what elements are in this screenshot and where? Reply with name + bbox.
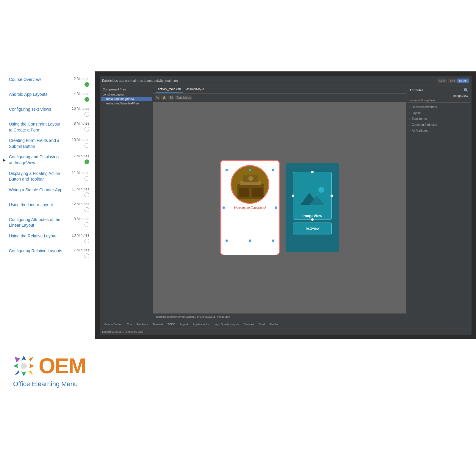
svg-marker-14 [28,370,33,375]
oem-logo-icon [12,354,36,378]
sidebar-item-form-fields[interactable]: Creating Form Fields and a Submit Button… [0,135,95,152]
launch-status: Launch succeed... (3 minutes ago) [102,330,143,333]
tab-run[interactable]: Run [125,322,134,326]
sidebar-item-constraint-layout[interactable]: Using the Constraint Layout to Create a … [0,119,95,135]
attr-component-type: ImageView [408,94,470,98]
tab-app-inspection[interactable]: App Inspection [191,322,212,326]
tree-item-constraint-layout[interactable]: constraintLayout [101,92,152,97]
tab-logcat[interactable]: Logcat [178,322,190,326]
ide-canvas: Welcome to Eatelicious! [153,102,406,313]
tree-item-imageview[interactable]: restaurantImageView [101,97,152,101]
sidebar-item-relative-layouts-config[interactable]: Configuring Relative Layouts 7 Minutes [0,246,95,261]
sidebar-item-linear-layout-attrs[interactable]: Configuring Attributes of the Linear Lay… [0,214,95,231]
svg-marker-15 [21,371,26,376]
toolbar-device[interactable]: Eatelicious [175,95,192,100]
attr-section-transforms-label: Transforms [409,117,469,121]
component-tree-panel: Component Tree constraintLayout restaura… [100,85,153,320]
textview-label: TextView [305,226,320,231]
attr-header: Attributes 🔍 [408,87,470,94]
svg-rect-5 [239,188,249,197]
tab-problems[interactable]: Problems [135,322,150,326]
sidebar-item-simple-counter[interactable]: Wiring a Simple Counter App 11 Minutes [0,185,95,200]
tab-app-quality[interactable]: App Quality Insights [214,322,241,326]
tab-code[interactable]: Code [437,79,447,83]
svg-marker-18 [15,357,20,362]
phone2-constraint-overlay [293,172,332,220]
app-caption: Welcome to Eatelicious! [234,206,266,209]
phone-preview-2: ImageView TextView [286,163,339,252]
ide-view-tabs: Code Split Design [437,79,469,83]
tab-activity-main[interactable]: activity_main.xml [156,86,183,93]
completion-indicator [84,112,89,117]
attr-section-all-label: All Attributes [409,129,469,133]
ide-tabs: activity_main.xml MainActivity.kt [153,85,406,94]
completion-indicator [84,207,89,212]
completion-indicator [84,143,89,148]
sidebar-item-imageview[interactable]: Configuring and Displaying an ImageView … [0,152,95,168]
restaurant-svg [231,166,269,204]
ide-path: Eatelicious app src main res layout acti… [102,79,178,82]
ide-design-toolbar: % 🔒 33 Eatelicious [153,94,406,102]
ide-area: Eatelicious app src main res layout acti… [95,71,476,339]
tab-profiler[interactable]: Profiler [268,322,280,326]
toolbar-zoom[interactable]: 33 [168,95,174,100]
svg-marker-16 [15,370,19,375]
attr-title: Attributes [409,89,423,92]
attributes-panel: Attributes 🔍 ImageView restaurantImageVi… [406,85,472,320]
sidebar-item-course-overview[interactable]: Course Overview 2 Minutes [0,74,95,89]
toolbar-lock[interactable]: 🔒 [161,95,167,100]
attr-section-layout-label: Layout [409,111,469,115]
tab-terminal[interactable]: Terminal [151,322,165,326]
attr-search-icon[interactable]: 🔍 [464,88,469,93]
attr-component-id: restaurantImageView [408,98,470,103]
svg-marker-11 [21,356,26,361]
bottom-tab-list: Version Control Run Problems Terminal TO… [102,322,280,326]
sidebar-item-relative-layout[interactable]: Using the Relative Layout 10 Minutes [0,231,95,246]
completion-indicator [84,176,89,181]
tab-todo[interactable]: TODO [166,322,177,326]
attr-section-common-label: Common Attributes [409,123,469,127]
completion-indicator [84,82,89,87]
sidebar-item-configuring-text-views[interactable]: Configuring Text Views 10 Minutes [0,104,95,119]
tab-design[interactable]: Design [457,79,469,83]
component-tree-title: Component Tree [101,87,152,92]
completion-indicator [84,192,89,197]
oem-subtitle: Office Elearning Menu [13,380,78,388]
sidebar-item-linear-layout[interactable]: Using the Linear Layout 12 Minutes [0,200,95,214]
toolbar-percent[interactable]: % [155,95,160,100]
tree-item-textview[interactable]: restaurantNameTextView [101,101,152,106]
attr-section-common[interactable]: Common Attributes [408,122,470,128]
attr-section-transforms[interactable]: Transforms [408,116,470,122]
ide-body: Component Tree constraintLayout restaura… [100,85,472,320]
completion-indicator [84,159,89,164]
attr-section-declared-label: Declared Attributes [409,105,469,109]
ide-center: activity_main.xml MainActivity.kt % 🔒 33… [153,85,406,320]
svg-marker-13 [29,364,34,368]
logo-icon-row: OEM [12,354,86,378]
restaurant-image-circular [231,165,269,204]
tab-services[interactable]: Services [242,322,256,326]
tab-build[interactable]: Build [257,322,267,326]
ide-window: Eatelicious app src main res layout acti… [100,76,472,335]
sidebar-item-floating-action[interactable]: Displaying a Floating Action Button and … [0,168,95,185]
attr-section-all[interactable]: All Attributes [408,128,470,134]
component-path: androidx.constraintlayout.widget.Constra… [156,315,230,318]
tab-main-activity[interactable]: MainActivity.kt [183,86,206,93]
ide-status-bar: Launch succeed... (3 minutes ago) [100,328,472,335]
svg-point-19 [21,363,27,369]
top-spacer [0,0,476,71]
ide-toolbar: Eatelicious app src main res layout acti… [100,76,472,85]
oem-logo-text: OEM [39,355,86,377]
textview-placeholder: TextView [293,223,332,234]
svg-rect-6 [252,188,263,197]
restaurant-image-bg [231,166,268,203]
svg-marker-12 [29,357,33,361]
ide-path-bar: androidx.constraintlayout.widget.Constra… [153,313,406,320]
tab-split[interactable]: Split [448,79,457,83]
course-sidebar: Course Overview 2 Minutes Android App La… [0,71,95,339]
tab-version-control[interactable]: Version Control [102,322,124,326]
attr-section-declared[interactable]: Declared Attributes [408,104,470,110]
sidebar-item-android-layouts[interactable]: Android App Layouts 4 Minutes [0,89,95,104]
svg-point-4 [248,176,253,181]
attr-section-layout[interactable]: Layout [408,110,470,116]
